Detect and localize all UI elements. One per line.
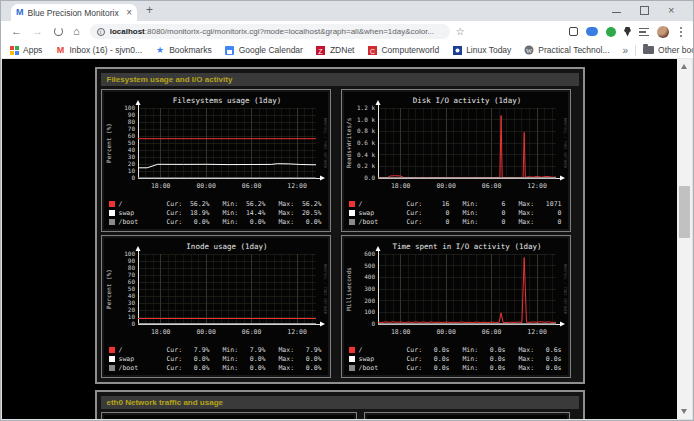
legend-row: /bootCur: 0.0%Min: 0.0%Max: 0.0% [104,363,328,372]
bookmark-item[interactable]: MInbox (16) - sjvn0... [55,45,142,55]
y-tick-label: 30 [127,153,135,160]
rrdtool-watermark: RRDTOOL / TOBI OETIKER [563,264,568,315]
chart-title: Time spent in I/O activity (1day) [392,242,541,251]
bookmark-item[interactable]: Google Calendar [225,45,303,55]
chart-legend: /Cur: 0.0sMin: 0.0sMax: 0.6sswapCur: 0.0… [344,345,568,372]
tab-close-icon[interactable]: × [126,8,132,18]
chart-title: Filesystems usage (1day) [172,96,280,105]
browser-tab[interactable]: M Blue Precision Monitorix × [11,4,137,21]
extension-square-icon[interactable] [569,27,578,36]
y-tick-label: 0.6 k [356,139,374,146]
forward-icon[interactable]: → [32,26,43,37]
legend-swatch-icon [349,347,355,353]
legend-series-name: / [359,346,394,354]
legend-cur-value: Cur: 56.2% [154,200,210,208]
calendar-icon [225,45,235,55]
bookmark-star-icon[interactable]: ☆ [456,26,465,37]
legend-swatch-icon [109,210,115,216]
legend-min-value: Min: 0 [450,209,506,217]
chart-canvas: 18:0000:0006:0012:000.00.2 k0.4 k0.6 k0.… [344,94,568,194]
y-tick-label: 1.0 k [356,116,374,123]
reload-icon[interactable] [54,27,63,36]
y-axis-label: Milliseconds [345,267,352,311]
extension-blue-pill-icon[interactable] [586,27,598,36]
legend-min-value: Min: 0.0s [450,346,506,354]
rrd-graph-image: 18:0000:0006:0012:0001020304050607080901… [104,238,328,375]
window-minimize-button[interactable] [612,6,621,13]
window-maximize-button[interactable] [640,6,649,15]
scroll-down-icon[interactable] [681,409,687,414]
y-tick-label: 100 [124,104,135,111]
divider [635,45,636,56]
bookmark-item[interactable]: CComputerworld [367,45,439,55]
graph-panel-inode-usage[interactable]: 18:0000:0006:0012:0001020304050607080901… [101,235,331,378]
legend-cur-value: Cur: 0.0% [154,364,210,372]
y-tick-label: 50 [127,139,135,146]
window-close-button[interactable]: × [668,6,677,15]
chart-title: Inode usage (1day) [186,242,267,251]
legend-series-name: /boot [359,364,394,372]
legend-series-name: /boot [119,364,154,372]
profile-avatar[interactable] [657,26,669,38]
y-tick-label: 40 [127,292,135,299]
extension-pin-icon[interactable] [624,27,631,37]
graph-panel-eth0-packets[interactable]: 1.0eth0 Network packets (1day)RRDTOOL / … [364,412,570,419]
y-tick-label: 500 [364,262,375,269]
legend-swatch-icon [349,356,355,362]
computerworld-icon: C [367,45,377,55]
other-bookmarks-button[interactable]: Other bookmarks [643,45,694,55]
scroll-up-icon[interactable] [681,64,687,69]
x-tick-label: 00:00 [436,328,456,336]
page-info-icon[interactable]: i [97,28,105,36]
legend-series-name: swap [119,355,154,363]
bookmark-item[interactable]: WPractical Technol... [524,45,609,55]
legend-row: /bootCur: 0.0sMin: 0.0sMax: 0.0s [344,363,568,372]
menu-dots-icon[interactable] [680,31,682,33]
home-icon[interactable]: ⌂ [73,26,80,37]
bookmark-label: Computerworld [381,45,439,55]
back-icon[interactable]: ← [11,26,22,37]
graph-panel-eth0-lan[interactable]: 1.00.9eth0 FastEthernet LAN (1day)RRDTOO… [101,412,357,419]
url-input[interactable]: i localhost:8080/monitorix-cgi/monitorix… [90,24,450,39]
graph-panel-disk-io[interactable]: 18:0000:0006:0012:000.00.2 k0.4 k0.6 k0.… [341,89,571,232]
zdnet-icon: Z [316,45,326,55]
legend-cur-value: Cur: 16 [394,200,450,208]
legend-max-value: Max: 20.5% [266,209,322,217]
legend-min-value: Min: 56.2% [210,200,266,208]
graph-panel-filesystems-usage[interactable]: 18:0000:0006:0012:0001020304050607080901… [101,89,331,232]
legend-row: swapCur: 18.9%Min: 14.4%Max: 20.5% [104,208,328,217]
section-eth0: eth0 Network traffic and usage 1.00.9eth… [95,390,585,419]
legend-swatch-icon [109,201,115,207]
tab-list-icon[interactable] [639,28,649,36]
legend-min-value: Min: 7.9% [210,346,266,354]
legend-cur-value: Cur: 0 [394,218,450,226]
svg-text:Z: Z [319,47,324,54]
tab-title: Blue Precision Monitorix [28,8,123,18]
legend-swatch-icon [349,219,355,225]
svg-text:W: W [526,47,533,54]
y-tick-label: 100 [124,250,135,257]
x-tick-label: 18:00 [150,182,170,190]
new-tab-button[interactable]: + [146,3,153,17]
bookmark-item[interactable]: ZZDNet [316,45,355,55]
rrdtool-watermark: RRDTOOL / TOBI OETIKER [323,264,328,315]
y-axis-label: Percent (%) [105,269,112,309]
vertical-scrollbar[interactable] [677,59,692,419]
rrd-graph-image: 18:0000:0006:0012:000100200300400500600T… [344,238,568,375]
bookmark-item[interactable]: ★Bookmarks [155,45,212,55]
extension-green-circle-icon[interactable] [606,27,616,37]
legend-max-value: Max: 7.9% [266,346,322,354]
graph-panel-time-io[interactable]: 18:0000:0006:0012:000100200300400500600T… [341,235,571,378]
wordpress-icon: W [524,45,534,55]
y-tick-label: 90 [127,257,135,264]
legend-cur-value: Cur: 18.9% [154,209,210,217]
bookmark-item[interactable]: Apps [9,45,42,55]
bookmark-item[interactable]: Linux Today [452,45,511,55]
y-tick-label: 70 [127,125,135,132]
bookmarks-overflow-icon[interactable]: » [623,45,629,56]
bookmarks-bar: AppsMInbox (16) - sjvn0...★BookmarksGoog… [1,42,693,59]
x-tick-label: 12:00 [527,182,547,190]
scrollbar-thumb[interactable] [679,186,690,238]
chart-canvas: 18:0000:0006:0012:000100200300400500600T… [344,240,568,340]
legend-min-value: Min: 0.0% [210,218,266,226]
